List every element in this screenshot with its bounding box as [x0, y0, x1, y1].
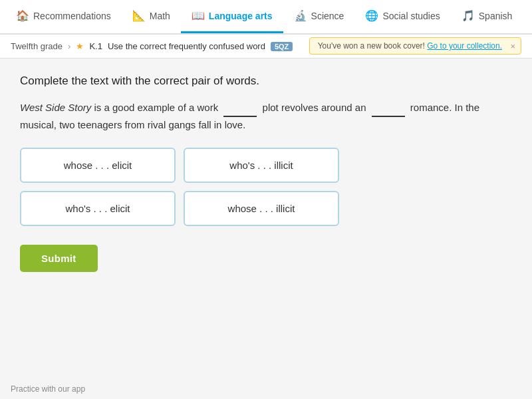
footer-app-link[interactable]: Practice with our app — [11, 384, 85, 394]
quiz-badge: 5QZ — [271, 42, 293, 51]
choice-d-label: whose . . . illicit — [228, 203, 295, 214]
nav-label-science: Science — [311, 11, 344, 21]
main-content: Complete the text with the correct pair … — [0, 59, 532, 379]
breadcrumb-grade[interactable]: Twelfth grade — [11, 41, 63, 51]
math-icon: 📐 — [132, 9, 146, 22]
social-studies-icon: 🌐 — [365, 9, 378, 22]
nav-label-math: Math — [150, 11, 170, 21]
nav-label-recommendations: Recommendations — [33, 11, 111, 21]
notification-link[interactable]: Go to your collection. — [427, 41, 502, 51]
choices-grid: whose . . . elicit who's . . . illicit w… — [20, 148, 339, 226]
notification-text: You've won a new book cover! — [318, 41, 425, 51]
language-arts-icon: 📖 — [192, 9, 205, 22]
footer: Practice with our app — [0, 379, 532, 399]
passage-part2: is a good example of a work — [91, 102, 221, 113]
choice-a-button[interactable]: whose . . . elicit — [20, 148, 176, 183]
passage-title: West Side Story — [20, 102, 91, 113]
spanish-icon: 🎵 — [462, 9, 475, 22]
nav-item-science[interactable]: 🔬 Science — [283, 0, 355, 33]
nav-item-social-studies[interactable]: 🌐 Social studies — [354, 0, 450, 33]
breadcrumb-skill-label: Use the correct frequently confused word — [108, 41, 265, 51]
science-icon: 🔬 — [294, 9, 307, 22]
nav-item-spanish[interactable]: 🎵 Spanish — [451, 0, 523, 33]
nav-label-spanish: Spanish — [479, 11, 513, 21]
nav-label-social-studies: Social studies — [382, 11, 440, 21]
top-nav: 🏠 Recommendations 📐 Math 📖 Language arts… — [0, 0, 532, 35]
choice-c-label: who's . . . elicit — [65, 203, 130, 214]
blank2 — [372, 100, 405, 117]
choice-d-button[interactable]: whose . . . illicit — [184, 191, 339, 226]
choice-c-button[interactable]: who's . . . elicit — [20, 191, 176, 226]
nav-item-math[interactable]: 📐 Math — [122, 0, 181, 33]
notification-banner: You've won a new book cover! Go to your … — [309, 37, 521, 55]
breadcrumb-bar: Twelfth grade › ★ K.1 Use the correct fr… — [0, 35, 532, 59]
nav-item-language-arts[interactable]: 📖 Language arts — [181, 0, 283, 33]
breadcrumb-skill-code: K.1 — [89, 41, 102, 51]
nav-label-language-arts: Language arts — [209, 11, 273, 21]
blank1 — [223, 100, 257, 117]
breadcrumb-star-icon: ★ — [76, 41, 84, 51]
recommendations-icon: 🏠 — [16, 9, 29, 22]
breadcrumb-separator: › — [68, 41, 70, 51]
nav-item-recommendations[interactable]: 🏠 Recommendations — [5, 0, 122, 33]
passage-part3: plot revolves around an — [259, 102, 368, 113]
choice-b-button[interactable]: who's . . . illicit — [184, 148, 339, 183]
notification-close-icon[interactable]: × — [510, 41, 515, 51]
submit-label: Submit — [41, 253, 76, 264]
submit-button[interactable]: Submit — [20, 245, 98, 272]
choice-b-label: who's . . . illicit — [229, 160, 293, 171]
question-prompt: Complete the text with the correct pair … — [20, 74, 512, 88]
app-container: 🏠 Recommendations 📐 Math 📖 Language arts… — [0, 0, 532, 399]
choice-a-label: whose . . . elicit — [64, 160, 132, 171]
passage-text: West Side Story is a good example of a w… — [20, 100, 512, 133]
